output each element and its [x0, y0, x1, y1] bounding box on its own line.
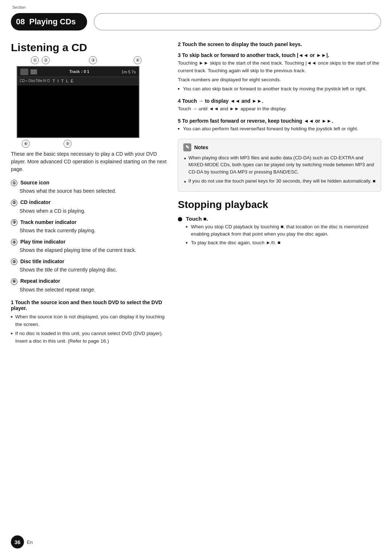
item-num-2: ② — [11, 200, 17, 206]
language-label: En — [27, 539, 33, 545]
step-3-body-1: Touching ►► skips to the start of the ne… — [178, 60, 381, 75]
notes-heading: Notes — [194, 144, 208, 150]
item-desc-4: Shows the elapsed playing time of the cu… — [11, 246, 167, 254]
item-heading-6: Repeat indicator — [20, 278, 60, 284]
step-3: 3 To skip back or forward to another tra… — [178, 52, 381, 93]
header-right-box — [94, 13, 381, 30]
title-display: T I T L E — [53, 79, 74, 83]
stop-bullet-2: To play back the disc again, touch ►/II.… — [186, 239, 381, 247]
item-heading-1: Source icon — [20, 180, 49, 185]
step-4-body: Touch → until ◄◄ and ►► appear in the di… — [178, 105, 381, 113]
item-desc-6: Shows the selected repeat range. — [11, 286, 167, 294]
section-label: Section — [12, 5, 26, 9]
intro-text: These are the basic steps necessary to p… — [11, 150, 167, 173]
step-1-heading: 1 Touch the source icon and then touch D… — [11, 299, 167, 311]
note-1: When playing discs with MP3 files and au… — [183, 154, 376, 176]
item-num-4: ④ — [11, 239, 17, 245]
step-3-body-2: Track numbers are displayed for eight se… — [178, 76, 381, 84]
item-num-6: ⑥ — [11, 278, 17, 285]
stop-bullet-1: When you stop CD playback by touching ■,… — [186, 223, 381, 238]
touch-label: Touch ■. — [186, 216, 381, 222]
footer: 36 En — [11, 535, 33, 548]
item-track-number: ③ Track number indicator Shows the track… — [11, 219, 167, 234]
step-2-heading: 2 Touch the screen to display the touch … — [178, 41, 381, 47]
item-heading-5: Disc title indicator — [20, 258, 64, 264]
track-display: Track：0 1 — [69, 69, 89, 74]
source-icon-placeholder — [20, 69, 28, 75]
label-5: ⑤ — [64, 140, 72, 148]
notes-box: ✎ Notes When playing discs with MP3 file… — [178, 139, 381, 192]
cd-diagram: ① ② ③ ④ ⑤ ⑥ Track：0 1 1m 5 7s — [11, 60, 145, 144]
item-heading-3: Track number indicator — [20, 219, 77, 225]
item-desc-5: Shows the title of the currently playing… — [11, 266, 167, 274]
item-heading-4: Play time indicator — [20, 239, 65, 245]
item-source-icon: ① Source icon Shows what the source has … — [11, 180, 167, 195]
time-display: 1m 5 7s — [122, 70, 136, 74]
listening-cd-title: Listening a CD — [11, 41, 167, 54]
item-desc-3: Shows the track currently playing. — [11, 227, 167, 234]
section-badge: 08 Playing CDs — [11, 13, 87, 30]
step-2: 2 Touch the screen to display the touch … — [178, 41, 381, 47]
page-number: 36 — [11, 535, 24, 548]
step-5-bullet: You can also perform fast reverse/fast f… — [178, 125, 381, 133]
step-1: 1 Touch the source icon and then touch D… — [11, 299, 167, 345]
item-num-1: ① — [11, 180, 17, 186]
item-num-3: ③ — [11, 219, 17, 226]
item-disc-title: ⑤ Disc title indicator Shows the title o… — [11, 258, 167, 274]
disc-title-display: CD＝DiscTitle:N O — [20, 78, 50, 83]
item-play-time: ④ Play time indicator Shows the elapsed … — [11, 239, 167, 254]
label-1: ① — [31, 56, 39, 64]
stopping-title: Stopping playback — [178, 199, 381, 211]
touch-stop-group: Touch ■. When you stop CD playback by to… — [178, 216, 381, 248]
section-title: Playing CDs — [29, 17, 75, 26]
item-heading-2: CD indicator — [20, 199, 50, 205]
section-number: 08 — [16, 17, 25, 26]
item-desc-2: Shows when a CD is playing. — [11, 207, 167, 215]
step-5-heading: 5 To perform fast forward or reverse, ke… — [178, 118, 381, 124]
touch-dot-icon — [178, 217, 182, 221]
step-5: 5 To perform fast forward or reverse, ke… — [178, 118, 381, 133]
step-4: 4 Touch → to display ◄◄ and ►►. Touch → … — [178, 98, 381, 113]
stopping-playback-section: Stopping playback Touch ■. When you stop… — [178, 199, 381, 248]
step-1-bullet-1: When the source icon is not displayed, y… — [11, 313, 167, 328]
item-cd-indicator: ② CD indicator Shows when a CD is playin… — [11, 199, 167, 215]
note-2: If you do not use the touch panel keys f… — [183, 177, 376, 185]
label-4: ④ — [134, 56, 142, 64]
label-6: ⑥ — [22, 140, 30, 148]
label-2: ② — [42, 56, 50, 64]
pencil-icon: ✎ — [183, 143, 191, 151]
item-desc-1: Shows what the source has been selected. — [11, 187, 167, 195]
step-4-heading: 4 Touch → to display ◄◄ and ►►. — [178, 98, 381, 104]
step-1-bullet-2: If no disc is loaded in this unit, you c… — [11, 330, 167, 345]
item-repeat-indicator: ⑥ Repeat indicator Shows the selected re… — [11, 278, 167, 293]
label-3: ③ — [89, 56, 97, 64]
step-3-bullet: You can also skip back or forward to ano… — [178, 85, 381, 93]
step-3-heading: 3 To skip back or forward to another tra… — [178, 52, 381, 58]
item-num-5: ⑤ — [11, 258, 17, 265]
